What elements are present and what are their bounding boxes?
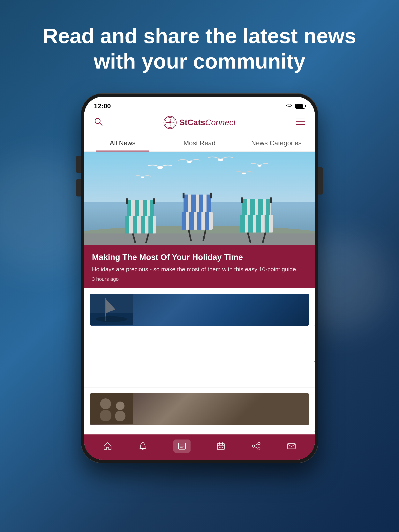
- battery-icon: [295, 104, 305, 109]
- app-logo: N S W E StCatsConnect: [163, 116, 236, 129]
- svg-rect-26: [141, 216, 145, 234]
- tab-news-categories[interactable]: News Categories: [238, 133, 315, 152]
- tabs-bar: All News Most Read News Categories: [84, 133, 315, 152]
- svg-rect-39: [182, 212, 186, 230]
- svg-point-97: [219, 447, 220, 448]
- nav-notifications-button[interactable]: [138, 442, 148, 451]
- svg-rect-105: [288, 443, 295, 449]
- news-content-sailing: Sailing for Charity Luke Johnston (Rudim…: [315, 294, 315, 382]
- news-desc-sailing: Luke Johnston (Rudiments) and Harry Brow…: [315, 313, 315, 374]
- svg-rect-57: [264, 215, 269, 233]
- nav-share-button[interactable]: [251, 442, 261, 451]
- svg-rect-41: [197, 212, 201, 230]
- featured-description: Holidays are precious - so make the most…: [92, 265, 307, 273]
- status-time: 12:00: [94, 102, 111, 110]
- svg-point-100: [258, 442, 260, 444]
- svg-line-103: [254, 444, 258, 446]
- svg-rect-45: [191, 195, 196, 212]
- svg-point-75: [96, 316, 127, 322]
- nav-calendar-button[interactable]: [216, 442, 225, 451]
- svg-rect-78: [100, 410, 111, 421]
- phone-screen: 12:00: [84, 97, 315, 460]
- svg-point-101: [252, 445, 255, 447]
- nav-messages-button[interactable]: [287, 442, 296, 451]
- news-title-sailing: Sailing for Charity: [315, 294, 315, 311]
- bottom-nav: [84, 434, 315, 460]
- svg-rect-80: [115, 411, 125, 421]
- volume-down-button: [76, 179, 81, 196]
- svg-rect-34: [153, 198, 155, 204]
- svg-rect-64: [270, 197, 272, 203]
- phone-mockup: 12:00: [81, 93, 318, 463]
- svg-text:E: E: [173, 122, 174, 123]
- svg-rect-55: [248, 215, 253, 233]
- nav-home-button[interactable]: [103, 442, 112, 451]
- svg-point-102: [258, 448, 260, 450]
- svg-rect-54: [240, 215, 245, 233]
- svg-point-68: [257, 165, 261, 167]
- battery-fill: [296, 104, 303, 108]
- volume-up-button: [76, 156, 81, 173]
- svg-text:N: N: [170, 119, 171, 120]
- status-icons: [286, 104, 305, 109]
- wifi-icon: [286, 104, 293, 109]
- beach-scene-svg: [84, 152, 315, 245]
- search-button[interactable]: [94, 117, 103, 128]
- news-list: Sailing for Charity Luke Johnston (Rudim…: [84, 288, 315, 435]
- news-time-sailing: 2 days ago: [315, 376, 315, 382]
- featured-image: [84, 152, 315, 245]
- svg-rect-25: [133, 216, 137, 234]
- svg-rect-63: [241, 197, 243, 203]
- svg-point-69: [242, 173, 246, 174]
- featured-caption: Making The Most Of Your Holiday Time Hol…: [84, 245, 315, 288]
- svg-rect-33: [126, 198, 128, 204]
- news-item-sailing[interactable]: Sailing for Charity Luke Johnston (Rudim…: [84, 288, 315, 388]
- svg-point-77: [100, 399, 111, 409]
- featured-time: 3 hours ago: [92, 276, 307, 282]
- svg-rect-56: [256, 215, 261, 233]
- svg-point-98: [220, 447, 221, 448]
- svg-point-79: [116, 402, 124, 410]
- svg-rect-62: [266, 199, 270, 215]
- svg-rect-46: [199, 195, 203, 212]
- featured-article[interactable]: Making The Most Of Your Holiday Time Hol…: [84, 152, 315, 288]
- svg-point-66: [187, 161, 192, 163]
- logo-emblem-icon: N S W E: [163, 116, 177, 129]
- power-button: [318, 167, 323, 195]
- news-item-mentoring[interactable]: Career Mentoring Program Find out how to…: [84, 388, 315, 435]
- svg-rect-40: [189, 212, 194, 230]
- svg-rect-30: [135, 200, 139, 216]
- svg-point-65: [157, 166, 163, 169]
- svg-point-8: [169, 122, 171, 123]
- svg-point-67: [218, 159, 223, 161]
- news-title-mentoring: Career Mentoring Program: [315, 393, 315, 419]
- tab-all-news[interactable]: All News: [84, 133, 161, 152]
- tab-most-read[interactable]: Most Read: [161, 133, 238, 152]
- svg-rect-19: [84, 234, 315, 245]
- svg-text:S: S: [170, 125, 171, 126]
- svg-rect-61: [258, 199, 263, 215]
- svg-rect-60: [250, 199, 255, 215]
- news-desc-mentoring: Find out how to join our new career ment…: [315, 421, 315, 434]
- content-area: Making The Most Of Your Holiday Time Hol…: [84, 152, 315, 434]
- svg-rect-27: [148, 216, 153, 234]
- svg-rect-48: [183, 193, 185, 198]
- page-headline: Read and share the latest news with your…: [0, 23, 399, 74]
- svg-point-70: [141, 177, 144, 178]
- news-thumb-mentoring: [90, 393, 309, 425]
- svg-rect-93: [217, 443, 225, 450]
- nav-news-button[interactable]: [174, 439, 191, 453]
- status-bar: 12:00: [84, 97, 315, 112]
- news-thumb-sailing: [90, 294, 309, 326]
- svg-line-104: [254, 447, 258, 448]
- menu-button[interactable]: [296, 118, 305, 127]
- news-content-mentoring: Career Mentoring Program Find out how to…: [315, 393, 315, 435]
- svg-rect-24: [125, 216, 129, 234]
- svg-text:W: W: [166, 122, 167, 123]
- svg-point-99: [222, 447, 223, 448]
- svg-rect-49: [210, 193, 212, 198]
- phone-outer-frame: 12:00: [81, 93, 318, 463]
- svg-rect-42: [205, 212, 209, 230]
- svg-rect-76: [90, 393, 133, 424]
- svg-rect-31: [143, 200, 147, 216]
